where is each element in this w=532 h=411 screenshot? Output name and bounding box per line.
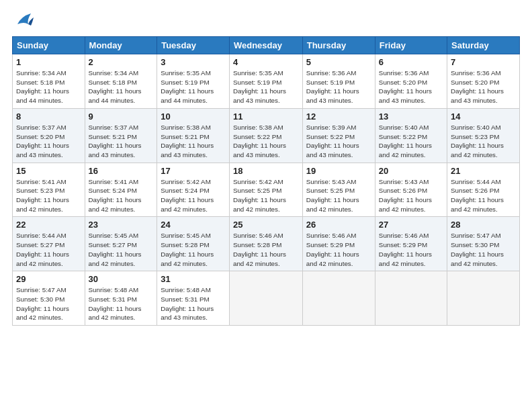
weekday-header-friday: Friday (375, 37, 447, 54)
weekday-header-tuesday: Tuesday (157, 37, 230, 54)
calendar-cell: 5 Sunrise: 5:36 AM Sunset: 5:19 PM Dayli… (302, 54, 375, 109)
calendar-cell: 17 Sunrise: 5:42 AM Sunset: 5:24 PM Dayl… (157, 163, 230, 217)
calendar-cell: 26 Sunrise: 5:46 AM Sunset: 5:29 PM Dayl… (302, 217, 375, 271)
header (12, 11, 520, 30)
day-number: 20 (379, 166, 443, 176)
calendar-cell: 24 Sunrise: 5:45 AM Sunset: 5:28 PM Dayl… (157, 217, 230, 271)
day-number: 4 (233, 57, 299, 67)
day-number: 3 (161, 57, 226, 67)
calendar-cell: 12 Sunrise: 5:39 AM Sunset: 5:22 PM Dayl… (302, 108, 375, 163)
day-number: 30 (89, 274, 154, 284)
weekday-header-saturday: Saturday (447, 37, 520, 54)
day-info: Sunrise: 5:47 AM Sunset: 5:30 PM Dayligh… (451, 231, 516, 268)
day-info: Sunrise: 5:43 AM Sunset: 5:26 PM Dayligh… (379, 177, 443, 214)
day-number: 7 (451, 57, 516, 67)
week-row-1: 1 Sunrise: 5:34 AM Sunset: 5:18 PM Dayli… (13, 54, 520, 109)
day-info: Sunrise: 5:39 AM Sunset: 5:22 PM Dayligh… (306, 123, 371, 160)
calendar-cell: 3 Sunrise: 5:35 AM Sunset: 5:19 PM Dayli… (157, 54, 230, 109)
calendar-cell (375, 271, 447, 326)
day-number: 24 (161, 220, 226, 230)
calendar-cell (302, 271, 375, 326)
day-number: 8 (16, 111, 81, 122)
day-info: Sunrise: 5:36 AM Sunset: 5:19 PM Dayligh… (306, 68, 371, 105)
week-row-5: 29 Sunrise: 5:47 AM Sunset: 5:30 PM Dayl… (13, 271, 520, 326)
day-number: 29 (16, 274, 81, 284)
day-number: 2 (89, 57, 154, 67)
day-number: 21 (451, 166, 516, 176)
day-info: Sunrise: 5:41 AM Sunset: 5:24 PM Dayligh… (89, 177, 154, 214)
weekday-header-thursday: Thursday (302, 37, 375, 54)
day-info: Sunrise: 5:42 AM Sunset: 5:24 PM Dayligh… (161, 177, 226, 214)
calendar-cell: 31 Sunrise: 5:48 AM Sunset: 5:31 PM Dayl… (157, 271, 230, 326)
day-info: Sunrise: 5:43 AM Sunset: 5:25 PM Dayligh… (306, 177, 371, 214)
logo (12, 11, 36, 30)
calendar-cell: 20 Sunrise: 5:43 AM Sunset: 5:26 PM Dayl… (375, 163, 447, 217)
day-number: 27 (379, 220, 443, 230)
day-number: 18 (233, 166, 299, 176)
calendar-cell: 4 Sunrise: 5:35 AM Sunset: 5:19 PM Dayli… (229, 54, 302, 109)
day-info: Sunrise: 5:44 AM Sunset: 5:26 PM Dayligh… (451, 177, 516, 214)
calendar-cell: 8 Sunrise: 5:37 AM Sunset: 5:20 PM Dayli… (13, 108, 85, 163)
day-number: 13 (379, 111, 443, 122)
day-info: Sunrise: 5:36 AM Sunset: 5:20 PM Dayligh… (451, 68, 516, 105)
day-info: Sunrise: 5:37 AM Sunset: 5:21 PM Dayligh… (89, 123, 154, 160)
logo-bird-icon (12, 11, 34, 30)
calendar-cell: 16 Sunrise: 5:41 AM Sunset: 5:24 PM Dayl… (85, 163, 157, 217)
day-info: Sunrise: 5:47 AM Sunset: 5:30 PM Dayligh… (16, 285, 81, 322)
day-info: Sunrise: 5:34 AM Sunset: 5:18 PM Dayligh… (89, 68, 154, 105)
calendar-cell: 1 Sunrise: 5:34 AM Sunset: 5:18 PM Dayli… (13, 54, 85, 109)
calendar-cell (447, 271, 520, 326)
day-number: 23 (89, 220, 154, 230)
calendar-cell: 13 Sunrise: 5:40 AM Sunset: 5:22 PM Dayl… (375, 108, 447, 163)
day-info: Sunrise: 5:38 AM Sunset: 5:21 PM Dayligh… (161, 123, 226, 160)
day-info: Sunrise: 5:38 AM Sunset: 5:22 PM Dayligh… (233, 123, 299, 160)
day-info: Sunrise: 5:35 AM Sunset: 5:19 PM Dayligh… (233, 68, 299, 105)
day-number: 16 (89, 166, 154, 176)
day-info: Sunrise: 5:34 AM Sunset: 5:18 PM Dayligh… (16, 68, 81, 105)
day-number: 28 (451, 220, 516, 230)
calendar-cell: 28 Sunrise: 5:47 AM Sunset: 5:30 PM Dayl… (447, 217, 520, 271)
day-number: 12 (306, 111, 371, 122)
day-number: 17 (161, 166, 226, 176)
calendar-cell: 11 Sunrise: 5:38 AM Sunset: 5:22 PM Dayl… (229, 108, 302, 163)
day-info: Sunrise: 5:37 AM Sunset: 5:20 PM Dayligh… (16, 123, 81, 160)
day-number: 11 (233, 111, 299, 122)
day-info: Sunrise: 5:40 AM Sunset: 5:23 PM Dayligh… (451, 123, 516, 160)
calendar-cell: 25 Sunrise: 5:46 AM Sunset: 5:28 PM Dayl… (229, 217, 302, 271)
day-info: Sunrise: 5:41 AM Sunset: 5:23 PM Dayligh… (16, 177, 81, 214)
day-info: Sunrise: 5:46 AM Sunset: 5:29 PM Dayligh… (379, 231, 443, 268)
day-info: Sunrise: 5:44 AM Sunset: 5:27 PM Dayligh… (16, 231, 81, 268)
calendar-cell: 30 Sunrise: 5:48 AM Sunset: 5:31 PM Dayl… (85, 271, 157, 326)
calendar-cell: 23 Sunrise: 5:45 AM Sunset: 5:27 PM Dayl… (85, 217, 157, 271)
calendar-cell: 7 Sunrise: 5:36 AM Sunset: 5:20 PM Dayli… (447, 54, 520, 109)
day-number: 6 (379, 57, 443, 67)
day-number: 22 (16, 220, 81, 230)
week-row-3: 15 Sunrise: 5:41 AM Sunset: 5:23 PM Dayl… (13, 163, 520, 217)
day-number: 26 (306, 220, 371, 230)
weekday-header-wednesday: Wednesday (229, 37, 302, 54)
calendar-table: SundayMondayTuesdayWednesdayThursdayFrid… (12, 36, 520, 326)
week-row-2: 8 Sunrise: 5:37 AM Sunset: 5:20 PM Dayli… (13, 108, 520, 163)
day-number: 14 (451, 111, 516, 122)
day-info: Sunrise: 5:45 AM Sunset: 5:28 PM Dayligh… (161, 231, 226, 268)
calendar-cell: 15 Sunrise: 5:41 AM Sunset: 5:23 PM Dayl… (13, 163, 85, 217)
day-number: 25 (233, 220, 299, 230)
weekday-header-monday: Monday (85, 37, 157, 54)
calendar-cell (229, 271, 302, 326)
calendar-cell: 29 Sunrise: 5:47 AM Sunset: 5:30 PM Dayl… (13, 271, 85, 326)
day-number: 19 (306, 166, 371, 176)
calendar-cell: 9 Sunrise: 5:37 AM Sunset: 5:21 PM Dayli… (85, 108, 157, 163)
day-info: Sunrise: 5:46 AM Sunset: 5:29 PM Dayligh… (306, 231, 371, 268)
day-info: Sunrise: 5:36 AM Sunset: 5:20 PM Dayligh… (379, 68, 443, 105)
weekday-header-sunday: Sunday (13, 37, 85, 54)
day-info: Sunrise: 5:48 AM Sunset: 5:31 PM Dayligh… (161, 285, 226, 322)
weekday-header-row: SundayMondayTuesdayWednesdayThursdayFrid… (13, 37, 520, 54)
calendar-cell: 21 Sunrise: 5:44 AM Sunset: 5:26 PM Dayl… (447, 163, 520, 217)
calendar-cell: 10 Sunrise: 5:38 AM Sunset: 5:21 PM Dayl… (157, 108, 230, 163)
week-row-4: 22 Sunrise: 5:44 AM Sunset: 5:27 PM Dayl… (13, 217, 520, 271)
calendar-cell: 19 Sunrise: 5:43 AM Sunset: 5:25 PM Dayl… (302, 163, 375, 217)
day-number: 15 (16, 166, 81, 176)
page: SundayMondayTuesdayWednesdayThursdayFrid… (0, 0, 532, 411)
day-number: 9 (89, 111, 154, 122)
day-info: Sunrise: 5:46 AM Sunset: 5:28 PM Dayligh… (233, 231, 299, 268)
